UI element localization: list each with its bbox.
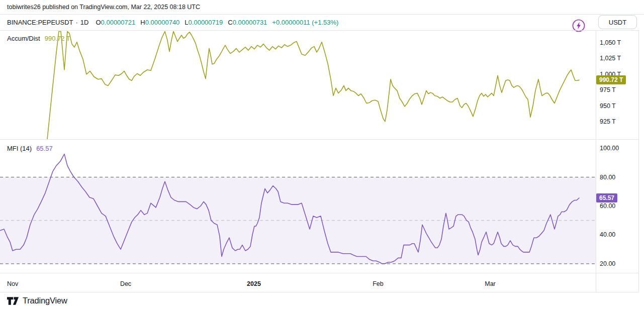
accum-dist-legend-value: 990.72 T xyxy=(45,35,70,42)
time-axis-label: Nov xyxy=(7,280,18,288)
mfi-axis-tick: 80.00 xyxy=(600,173,615,181)
tradingview-logo[interactable]: TradingView xyxy=(7,296,67,305)
price-change: +0.00000011 (+1.53%) xyxy=(272,19,338,26)
ohlc-low: L0.00000719 xyxy=(185,19,223,26)
attribution-bar: tobiwrites26 published on TradingView.co… xyxy=(0,0,644,14)
accum-dist-legend-title: Accum/Dist xyxy=(7,35,40,42)
ohlc-high: H0.00000740 xyxy=(140,19,179,26)
currency-toggle-button[interactable]: USDT xyxy=(598,15,637,29)
mfi-legend-value: 65.57 xyxy=(36,145,53,152)
attribution-text: tobiwrites26 published on TradingView.co… xyxy=(7,4,200,11)
mfi-axis-tick: 60.00 xyxy=(600,202,615,210)
accum-dist-legend[interactable]: Accum/Dist 990.72 T xyxy=(7,35,70,42)
chart-bottom-border xyxy=(0,273,638,273)
accum-axis-tick: 1,050 T xyxy=(600,39,621,47)
time-axis-label: 2025 xyxy=(247,280,261,288)
accum-dist-price-badge: 990.72 T xyxy=(596,75,626,84)
ohlc-close: C0.00000731 xyxy=(228,19,267,26)
price-axis-border xyxy=(596,30,596,292)
accum-axis-tick: 1,025 T xyxy=(600,54,621,62)
tradingview-snapshot-page: tobiwrites26 published on TradingView.co… xyxy=(0,0,644,309)
mfi-axis-tick: 20.00 xyxy=(600,260,615,268)
mfi-legend[interactable]: MFI (14) 65.57 xyxy=(7,145,53,152)
mfi-axis-tick: 40.00 xyxy=(600,231,615,239)
currency-label: USDT xyxy=(609,19,626,26)
symbol-name: BINANCE:PEPEUSDT xyxy=(7,19,73,26)
symbol-bar: BINANCE:PEPEUSDT · 1D O0.00000721 H0.000… xyxy=(0,14,644,30)
time-axis-label: Dec xyxy=(120,280,131,288)
accum-axis-tick: 925 T xyxy=(600,118,616,126)
accum-dist-pane[interactable] xyxy=(0,30,596,139)
symbol-interval: 1D xyxy=(80,19,89,26)
tradingview-wordmark: TradingView xyxy=(23,296,67,305)
time-axis-label: Mar xyxy=(485,280,496,288)
symbol-separator: · xyxy=(75,19,77,26)
right-edge-border xyxy=(638,30,639,292)
mfi-legend-title: MFI (14) xyxy=(7,145,32,152)
mfi-pane[interactable] xyxy=(0,139,596,273)
time-axis-label: Feb xyxy=(373,280,384,288)
mfi-price-badge: 65.57 xyxy=(596,193,617,202)
symbol-title[interactable]: BINANCE:PEPEUSDT · 1D xyxy=(7,19,88,26)
mfi-axis-tick: 100.00 xyxy=(600,144,619,152)
ohlc-open: O0.00000721 xyxy=(96,19,135,26)
accum-axis-tick: 975 T xyxy=(600,86,616,94)
time-axis-border xyxy=(0,292,638,292)
ohlc-values: O0.00000721 H0.00000740 L0.00000719 C0.0… xyxy=(96,19,338,26)
accum-axis-tick: 950 T xyxy=(600,102,616,110)
tradingview-mark-icon xyxy=(7,296,19,305)
